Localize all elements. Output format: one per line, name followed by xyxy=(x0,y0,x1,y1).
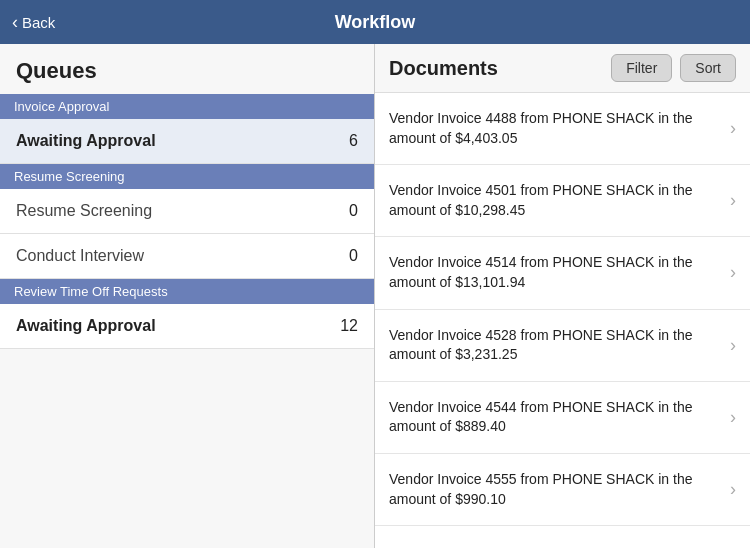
doc-list-item[interactable]: Vendor Invoice 4544 from PHONE SHACK in … xyxy=(375,382,750,454)
main-layout: Queues Invoice Approval Awaiting Approva… xyxy=(0,44,750,548)
chevron-right-icon: › xyxy=(730,262,736,283)
chevron-right-icon: › xyxy=(730,118,736,139)
doc-list-item[interactable]: Vendor Invoice 4555 from PHONE SHACK in … xyxy=(375,454,750,526)
queues-panel: Queues Invoice Approval Awaiting Approva… xyxy=(0,44,375,548)
queue-item-awaiting-approval-invoice[interactable]: Awaiting Approval 6 xyxy=(0,119,374,164)
queue-item-label: Awaiting Approval xyxy=(16,317,156,335)
doc-item-text: Vendor Invoice 4501 from PHONE SHACK in … xyxy=(389,181,722,220)
doc-item-text: Vendor Invoice 4544 from PHONE SHACK in … xyxy=(389,398,722,437)
queues-title: Queues xyxy=(0,44,374,94)
doc-list-item[interactable]: Vendor Invoice 4501 from PHONE SHACK in … xyxy=(375,165,750,237)
app-header: ‹ Back Workflow xyxy=(0,0,750,44)
queue-section-resume-screening: Resume Screening xyxy=(0,164,374,189)
chevron-right-icon: › xyxy=(730,479,736,500)
sort-button[interactable]: Sort xyxy=(680,54,736,82)
header-title: Workflow xyxy=(335,12,416,33)
chevron-right-icon: › xyxy=(730,407,736,428)
chevron-right-icon: › xyxy=(730,190,736,211)
back-button[interactable]: ‹ Back xyxy=(12,13,55,31)
doc-list-item[interactable]: Vendor Invoice 4514 from PHONE SHACK in … xyxy=(375,237,750,309)
back-label: Back xyxy=(22,14,55,31)
queue-item-count: 6 xyxy=(349,132,358,150)
queue-item-count: 0 xyxy=(349,247,358,265)
documents-title: Documents xyxy=(389,57,603,80)
back-chevron-icon: ‹ xyxy=(12,13,18,31)
doc-item-text: Vendor Invoice 4528 from PHONE SHACK in … xyxy=(389,326,722,365)
queue-item-awaiting-approval-timeoff[interactable]: Awaiting Approval 12 xyxy=(0,304,374,349)
queue-item-label: Resume Screening xyxy=(16,202,152,220)
queue-section-time-off: Review Time Off Requests xyxy=(0,279,374,304)
documents-panel: Documents Filter Sort Vendor Invoice 448… xyxy=(375,44,750,548)
queue-section-invoice-approval: Invoice Approval xyxy=(0,94,374,119)
chevron-right-icon: › xyxy=(730,335,736,356)
doc-list-item[interactable]: Vendor Invoice 4488 from PHONE SHACK in … xyxy=(375,93,750,165)
queue-item-count: 12 xyxy=(340,317,358,335)
queue-item-label: Conduct Interview xyxy=(16,247,144,265)
doc-item-text: Vendor Invoice 4555 from PHONE SHACK in … xyxy=(389,470,722,509)
queue-item-count: 0 xyxy=(349,202,358,220)
queue-item-resume-screening[interactable]: Resume Screening 0 xyxy=(0,189,374,234)
documents-header: Documents Filter Sort xyxy=(375,44,750,93)
documents-list: Vendor Invoice 4488 from PHONE SHACK in … xyxy=(375,93,750,548)
doc-list-item[interactable]: Vendor Invoice 4528 from PHONE SHACK in … xyxy=(375,310,750,382)
filter-button[interactable]: Filter xyxy=(611,54,672,82)
queue-item-conduct-interview[interactable]: Conduct Interview 0 xyxy=(0,234,374,279)
doc-item-text: Vendor Invoice 4514 from PHONE SHACK in … xyxy=(389,253,722,292)
queue-item-label: Awaiting Approval xyxy=(16,132,156,150)
doc-item-text: Vendor Invoice 4488 from PHONE SHACK in … xyxy=(389,109,722,148)
